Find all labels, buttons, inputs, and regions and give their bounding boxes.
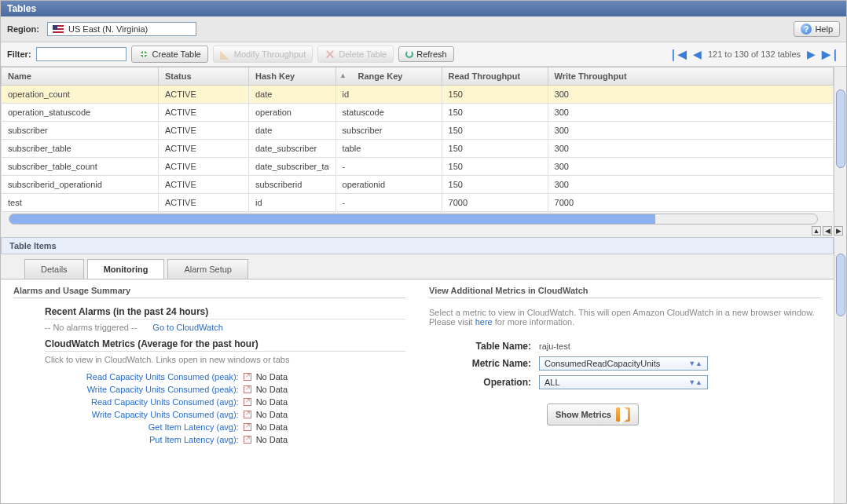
table-row[interactable]: subscriberid_operationidACTIVEsubscriber… (2, 176, 834, 194)
metric-link[interactable]: Put Item Latency (avg): (149, 435, 239, 444)
plus-icon (138, 49, 149, 60)
col-status[interactable]: Status (159, 68, 249, 86)
alarms-usage-column: Alarms and Usage Summary Recent Alarms (… (13, 286, 405, 497)
cell-range: - (336, 158, 442, 176)
scroll-right-icon[interactable]: ▶ (834, 226, 843, 236)
cell-name: subscriberid_operationid (2, 176, 159, 194)
show-metrics-button[interactable]: Show Metrics (547, 404, 639, 425)
table-row[interactable]: operation_countACTIVEdateid150300 (2, 86, 834, 104)
alarms-section-header: Alarms and Usage Summary (13, 286, 405, 298)
cell-read: 150 (442, 176, 548, 194)
metric-value: No Data (256, 422, 288, 432)
operation-select[interactable]: ALL ▼▲ (539, 375, 708, 389)
refresh-icon (405, 50, 413, 58)
region-bar: Region: US East (N. Virginia) ? Help (1, 16, 846, 42)
go-to-cloudwatch-link[interactable]: Go to CloudWatch (152, 323, 222, 332)
col-write[interactable]: Write Throughput (548, 68, 833, 86)
cell-hash: subscriberid (249, 176, 336, 194)
metric-value: No Data (256, 372, 288, 382)
col-range[interactable]: ▲Range Key (336, 68, 442, 86)
vertical-scrollbar-upper[interactable] (836, 89, 845, 168)
col-read[interactable]: Read Throughput (442, 68, 548, 86)
cell-read: 150 (442, 122, 548, 140)
metric-row: Write Capacity Units Consumed (peak):No … (45, 383, 405, 396)
cell-write: 300 (548, 86, 833, 104)
filter-label: Filter: (7, 49, 31, 59)
vertical-scrollbar-lower[interactable] (836, 254, 845, 316)
external-link-icon (244, 423, 251, 431)
pager-text: 121 to 130 of 132 tables (708, 49, 801, 59)
metric-row: Read Capacity Units Consumed (peak):No D… (45, 371, 405, 383)
cell-status: ACTIVE (159, 122, 249, 140)
modify-throughput-button: Modify Throughput (213, 46, 314, 63)
operation-label: Operation: (429, 377, 539, 388)
cell-read: 150 (442, 158, 548, 176)
create-table-button[interactable]: Create Table (131, 46, 208, 63)
pager-prev-icon[interactable]: ◀ (693, 48, 702, 60)
external-link-icon (244, 436, 251, 444)
cell-write: 300 (548, 122, 833, 140)
here-link[interactable]: here (475, 317, 493, 327)
metric-link[interactable]: Write Capacity Units Consumed (avg): (92, 410, 239, 419)
pager-first-icon[interactable]: ❘◀ (669, 48, 687, 60)
cell-read: 150 (442, 104, 548, 122)
flag-us-icon (53, 25, 64, 33)
cell-status: ACTIVE (159, 176, 249, 194)
table-area: Name Status Hash Key ▲Range Key Read Thr… (1, 67, 846, 226)
table-row[interactable]: testACTIVEid-70007000 (2, 194, 834, 212)
metric-link[interactable]: Read Capacity Units Consumed (avg): (91, 397, 239, 407)
cell-status: ACTIVE (159, 140, 249, 158)
metric-link[interactable]: Read Capacity Units Consumed (peak): (86, 372, 239, 382)
pager: ❘◀ ◀ 121 to 130 of 132 tables ▶ ▶❘ (669, 48, 840, 60)
metric-value: No Data (256, 435, 288, 444)
cell-hash: date (249, 122, 336, 140)
delete-table-button: Delete Table (317, 46, 394, 63)
cell-name: subscriber_table_count (2, 158, 159, 176)
metric-link[interactable]: Get Item Latency (avg): (148, 422, 239, 432)
pager-next-icon[interactable]: ▶ (807, 48, 816, 60)
metric-name-select[interactable]: ConsumedReadCapacityUnits ▼▲ (539, 356, 708, 371)
tab-alarm-setup[interactable]: Alarm Setup (167, 259, 248, 279)
tab-content: Alarms and Usage Summary Recent Alarms (… (1, 279, 834, 503)
cell-write: 7000 (548, 194, 833, 212)
external-link-icon (244, 373, 251, 381)
tab-details[interactable]: Details (24, 259, 84, 279)
table-row[interactable]: subscriberACTIVEdatesubscriber150300 (2, 122, 834, 140)
cell-read: 150 (442, 86, 548, 104)
col-hash[interactable]: Hash Key (249, 68, 336, 86)
col-name[interactable]: Name (2, 68, 159, 86)
scroll-buttons: ▲ ◀ ▶ (1, 226, 846, 237)
horizontal-scrollbar[interactable] (9, 214, 818, 225)
table-row[interactable]: subscriber_tableACTIVEdate_subscribertab… (2, 140, 834, 158)
cell-name: operation_count (2, 86, 159, 104)
cell-status: ACTIVE (159, 158, 249, 176)
tables-grid: Name Status Hash Key ▲Range Key Read Thr… (1, 67, 834, 212)
cell-name: operation_statuscode (2, 104, 159, 122)
filter-input[interactable] (36, 47, 126, 61)
help-label: Help (815, 24, 833, 34)
cell-hash: operation (249, 104, 336, 122)
vscroll-lower-area (834, 237, 846, 503)
metric-link[interactable]: Write Capacity Units Consumed (peak): (87, 385, 239, 394)
table-row[interactable]: subscriber_table_countACTIVEdate_subscri… (2, 158, 834, 176)
help-icon: ? (801, 24, 812, 35)
table-name-value: raju-test (539, 341, 570, 351)
scroll-up-icon[interactable]: ▲ (812, 226, 821, 236)
metric-value: No Data (256, 410, 288, 419)
cell-write: 300 (548, 158, 833, 176)
cell-name: test (2, 194, 159, 212)
table-row[interactable]: operation_statuscodeACTIVEoperationstatu… (2, 104, 834, 122)
cell-hash: date_subscriber (249, 140, 336, 158)
cw-metrics-header: CloudWatch Metrics (Average for the past… (45, 338, 405, 352)
play-icon (616, 407, 630, 422)
view-metrics-hint: Select a metric to view in CloudWatch. T… (429, 308, 821, 327)
region-select[interactable]: US East (N. Virginia) (47, 22, 196, 36)
refresh-button[interactable]: Refresh (398, 46, 454, 62)
region-value: US East (N. Virginia) (68, 24, 148, 34)
chevron-down-icon: ▼▲ (688, 360, 702, 367)
pager-last-icon[interactable]: ▶❘ (822, 48, 840, 60)
scroll-left-icon[interactable]: ◀ (823, 226, 832, 236)
tab-monitoring[interactable]: Monitoring (87, 259, 165, 279)
cell-read: 7000 (442, 194, 548, 212)
help-button[interactable]: ? Help (794, 21, 840, 37)
